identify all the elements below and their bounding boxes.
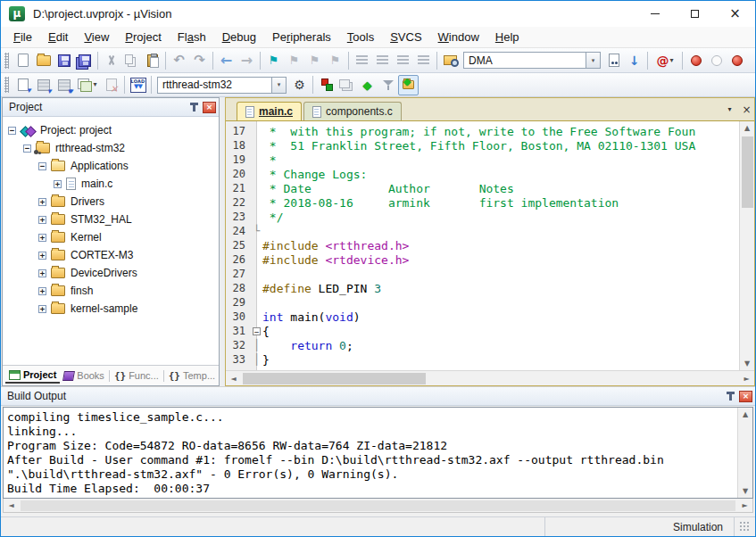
tree-expander-icon[interactable]: + <box>54 180 62 188</box>
unindent-button[interactable] <box>372 50 393 70</box>
scroll-up-icon[interactable]: ▲ <box>738 408 753 421</box>
tree-item-rtthread-stm32[interactable]: −rtthread-stm32 <box>3 139 219 157</box>
code-lines[interactable]: 17 * with this program; if not, write to… <box>226 121 739 370</box>
tree-item-project-project[interactable]: −Project: project <box>3 121 219 139</box>
menu-item-help[interactable]: Help <box>487 28 528 46</box>
build-output-vertical-scrollbar[interactable]: ▲ ▼ <box>737 408 752 498</box>
tree-expander-icon[interactable]: + <box>38 305 46 313</box>
tree-item-cortex-m3[interactable]: +CORTEX-M3 <box>3 246 219 264</box>
menu-item-svcs[interactable]: SVCS <box>382 28 429 46</box>
debug-search-button[interactable]: @▾ <box>651 50 679 70</box>
tree-item-kernel-sample[interactable]: +kernel-sample <box>3 300 219 318</box>
cut-button[interactable] <box>101 50 121 70</box>
scroll-down-icon[interactable]: ▼ <box>738 484 753 498</box>
redo-button[interactable]: ↷ <box>189 50 210 70</box>
tree-item-stm32-hal[interactable]: +STM32_HAL <box>3 211 219 228</box>
incremental-find-button[interactable]: ↓ <box>624 50 644 70</box>
download-button[interactable]: LOAD▼▼ <box>128 75 148 95</box>
find-next-button[interactable] <box>603 50 624 70</box>
project-panel-close-button[interactable]: × <box>203 102 216 113</box>
tree-expander-icon[interactable]: − <box>38 162 46 170</box>
insert-breakpoint-button[interactable] <box>685 50 706 70</box>
fold-toggle-icon[interactable]: − <box>253 327 261 335</box>
close-button[interactable]: × <box>715 1 755 27</box>
indent-button[interactable] <box>352 50 372 70</box>
save-button[interactable] <box>54 50 74 70</box>
tree-expander-icon[interactable]: + <box>38 216 46 224</box>
editor-vertical-scrollbar[interactable]: ▲ ▼ <box>739 121 754 370</box>
manage-rte-button[interactable] <box>316 75 336 95</box>
save-all-button[interactable] <box>74 50 95 70</box>
translate-button[interactable] <box>12 75 33 95</box>
tree-expander-icon[interactable]: + <box>38 198 46 206</box>
target-options-button[interactable]: ⚙ <box>289 75 310 95</box>
tree-expander-icon[interactable]: + <box>38 287 46 295</box>
prev-bookmark-button[interactable]: ⚑ <box>284 50 304 70</box>
tab-functions[interactable]: {} Func... <box>111 368 162 384</box>
navigate-forward-button[interactable]: → <box>237 50 257 70</box>
target-select-input[interactable]: rtthread-stm32 <box>157 77 271 94</box>
comment-button[interactable] <box>393 50 413 70</box>
tree-item-kernel[interactable]: +Kernel <box>3 228 219 246</box>
batch-build-button[interactable]: ▾ <box>74 75 101 95</box>
toolbar-drag-handle[interactable] <box>4 53 9 69</box>
file-extensions-button[interactable] <box>378 75 398 95</box>
editor-tab-main-c[interactable]: main.c <box>237 102 302 120</box>
tree-item-finsh[interactable]: +finsh <box>3 282 219 300</box>
scroll-down-icon[interactable]: ▼ <box>740 357 755 370</box>
resize-grip[interactable] <box>735 517 755 536</box>
uncomment-button[interactable] <box>413 50 434 70</box>
scroll-right-icon[interactable]: ► <box>739 372 754 385</box>
menu-item-window[interactable]: Window <box>430 28 487 46</box>
tab-books[interactable]: Books <box>60 368 108 383</box>
tab-list-dropdown-button[interactable]: ▾ <box>722 102 737 117</box>
build-output-horizontal-scrollbar[interactable]: ◄ ► <box>3 499 753 513</box>
editor-horizontal-scrollbar[interactable]: ◄ ► <box>226 370 754 385</box>
search-input[interactable]: DMA <box>463 52 586 69</box>
pin-icon[interactable] <box>729 392 732 401</box>
rebuild-button[interactable] <box>54 75 74 95</box>
disable-breakpoint-button[interactable] <box>706 50 727 70</box>
manage-components-button[interactable]: ◆ <box>357 75 378 95</box>
build-button[interactable] <box>33 75 54 95</box>
tree-item-applications[interactable]: −Applications <box>3 157 219 175</box>
tree-item-main-c[interactable]: +main.c <box>3 175 219 193</box>
scroll-up-icon[interactable]: ▲ <box>740 121 755 135</box>
kill-breakpoints-button[interactable] <box>727 50 747 70</box>
tab-templates[interactable]: {} Temp... <box>165 368 219 384</box>
copy-button[interactable] <box>121 50 142 70</box>
scrollbar-thumb[interactable] <box>742 136 753 208</box>
maximize-button[interactable] <box>675 1 715 27</box>
tab-project[interactable]: Project <box>5 368 60 384</box>
scroll-left-icon[interactable]: ◄ <box>4 499 19 512</box>
tree-expander-icon[interactable]: − <box>8 127 16 135</box>
window-layout-button[interactable] <box>336 75 357 95</box>
menu-item-debug[interactable]: Debug <box>214 28 264 46</box>
scroll-right-icon[interactable]: ► <box>737 499 752 512</box>
menu-item-project[interactable]: Project <box>117 28 170 46</box>
tree-expander-icon[interactable]: + <box>38 252 46 260</box>
build-output-close-button[interactable]: × <box>739 391 752 402</box>
scrollbar-thumb[interactable] <box>21 500 735 511</box>
clear-bookmarks-button[interactable]: ⚑ <box>325 50 345 70</box>
menu-item-flash[interactable]: Flash <box>170 28 214 46</box>
tree-item-devicedrivers[interactable]: +DeviceDrivers <box>3 264 219 282</box>
new-file-button[interactable] <box>12 50 33 70</box>
project-tree[interactable]: −Project: project−rtthread-stm32−Applica… <box>3 117 219 365</box>
menu-item-file[interactable]: File <box>5 28 40 46</box>
target-dropdown-button[interactable]: ▾ <box>271 77 287 94</box>
find-in-files-button[interactable] <box>440 50 461 70</box>
tree-expander-icon[interactable]: + <box>38 269 46 277</box>
tree-item-drivers[interactable]: +Drivers <box>3 193 219 211</box>
stop-build-button[interactable] <box>101 75 121 95</box>
manage-books-button[interactable]: ◆ <box>398 75 419 95</box>
search-dropdown-button[interactable]: ▾ <box>586 52 601 69</box>
close-document-button[interactable]: × <box>739 102 754 117</box>
next-bookmark-button[interactable]: ⚑ <box>304 50 325 70</box>
open-file-button[interactable] <box>33 50 54 70</box>
menu-item-view[interactable]: View <box>76 28 117 46</box>
toggle-bookmark-button[interactable]: ⚑ <box>263 50 284 70</box>
pin-icon[interactable] <box>193 103 195 112</box>
scroll-left-icon[interactable]: ◄ <box>226 372 241 385</box>
undo-button[interactable]: ↶ <box>169 50 189 70</box>
